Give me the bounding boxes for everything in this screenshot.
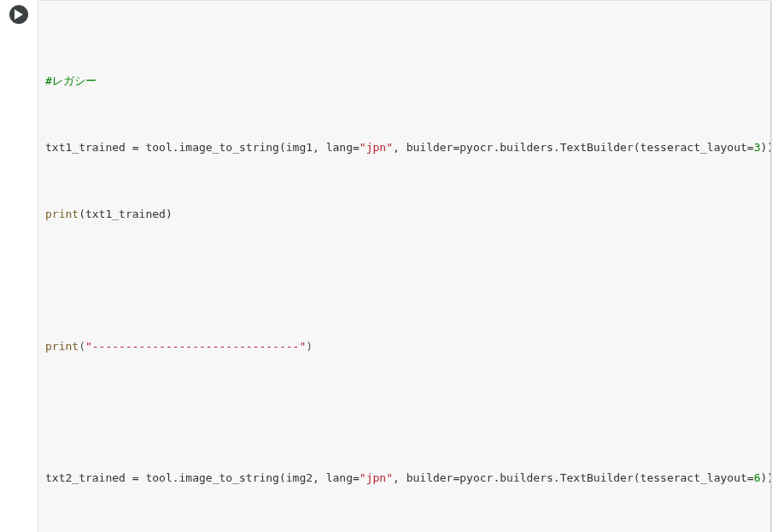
code-token: txt1_trained = tool.image_to_string(img1… [45,141,360,154]
code-token: txt2_trained = tool.image_to_string(img2… [45,471,360,484]
code-string: "jpn" [360,471,393,484]
code-func: print [45,208,79,220]
code-editor[interactable]: #レガシー txt1_trained = tool.image_to_strin… [38,0,772,532]
svg-marker-0 [15,9,23,20]
code-token: (txt1_trained) [79,208,173,220]
code-comment: #レガシー [45,74,96,87]
code-token: ( [79,340,85,353]
run-button[interactable] [9,5,28,24]
code-token: , builder=pyocr.builders.TextBuilder(tes… [393,141,754,154]
code-token: ) [306,340,313,353]
code-gutter [0,0,38,24]
code-string: "jpn" [360,141,393,154]
code-cell: #レガシー txt1_trained = tool.image_to_strin… [0,0,772,532]
code-string: "-------------------------------" [85,340,306,353]
cell-divider [770,1,771,532]
play-icon [15,9,23,20]
code-token: , builder=pyocr.builders.TextBuilder(tes… [393,471,754,484]
code-func: print [45,340,79,353]
